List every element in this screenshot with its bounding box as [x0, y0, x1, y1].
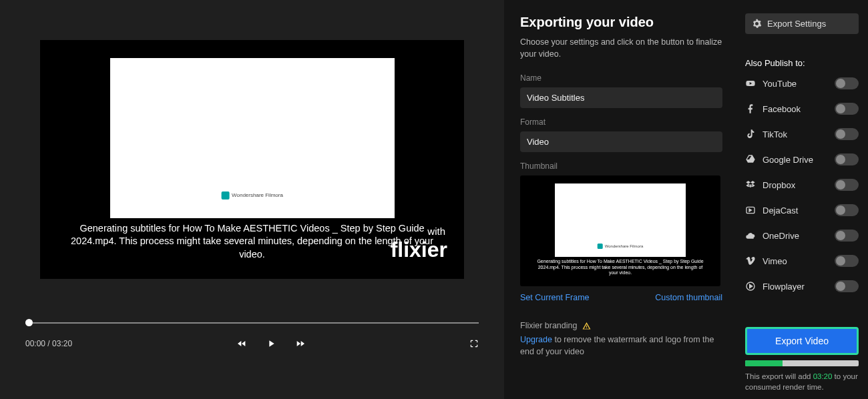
dropbox-icon [745, 179, 756, 190]
toggle-vimeo[interactable] [835, 255, 859, 267]
filmora-watermark: Wondershare Filmora [221, 191, 283, 200]
name-input[interactable] [520, 87, 722, 108]
publish-label: Also Publish to: [745, 58, 859, 68]
publish-row-tiktok: TikTok [745, 128, 859, 140]
toggle-youtube[interactable] [835, 77, 859, 89]
toggle-googledrive[interactable] [835, 153, 859, 165]
custom-thumbnail-link[interactable]: Custom thumbnail [655, 293, 722, 302]
publish-row-vimeo: Vimeo [745, 255, 859, 267]
thumbnail-preview: Wondershare Filmora Generating subtitles… [520, 175, 720, 286]
export-subtitle: Choose your settings and click on the bu… [520, 37, 722, 60]
dejacast-icon [745, 205, 756, 216]
flowplayer-icon [745, 281, 756, 292]
brand-name-text: flixier [391, 238, 447, 262]
render-progress-fill [745, 360, 783, 366]
googledrive-icon [745, 154, 756, 165]
upgrade-message: Upgrade to remove the watermark and logo… [520, 334, 722, 358]
flixier-brand-overlay: with flixier [391, 238, 447, 262]
render-progress-bar [745, 360, 859, 366]
video-preview-pane: Wondershare Filmora Generating subtitles… [0, 0, 504, 399]
publish-label-vimeo: Vimeo [763, 256, 828, 266]
set-current-frame-link[interactable]: Set Current Frame [520, 293, 590, 302]
export-sidebar: Export Settings Also Publish to: YouTube… [738, 0, 868, 399]
video-stage: Wondershare Filmora Generating subtitles… [40, 40, 464, 279]
toggle-dejacast[interactable] [835, 204, 859, 216]
brand-with-text: with [427, 226, 445, 237]
publish-row-onedrive: OneDrive [745, 230, 859, 242]
warning-icon [582, 322, 591, 330]
publish-row-flowplayer: Flowplayer [745, 280, 859, 292]
toggle-flowplayer[interactable] [835, 280, 859, 292]
export-panel: Exporting your video Choose your setting… [504, 0, 868, 399]
publish-label-dropbox: Dropbox [763, 180, 828, 190]
render-time-value: 03:20 [813, 372, 833, 380]
publish-label-tiktok: TikTok [763, 129, 828, 139]
publish-label-facebook: Facebook [763, 104, 828, 114]
player-controls: 00:00 / 03:20 [0, 279, 504, 349]
export-title: Exporting your video [520, 15, 722, 30]
rewind-icon[interactable] [236, 338, 247, 349]
publish-label-googledrive: Google Drive [763, 155, 828, 165]
video-frame: Wondershare Filmora [110, 58, 395, 218]
onedrive-icon [745, 230, 756, 241]
publish-label-youtube: YouTube [763, 79, 828, 89]
publish-label-dejacast: DejaCast [763, 206, 828, 216]
branding-label: Flixier branding [520, 321, 577, 330]
play-icon[interactable] [266, 338, 276, 349]
thumb-filmora-text: Wondershare Filmora [605, 244, 644, 248]
filmora-logo-icon [221, 191, 229, 200]
gear-icon [752, 19, 762, 29]
forward-icon[interactable] [295, 338, 306, 349]
publish-label-flowplayer: Flowplayer [763, 282, 828, 292]
export-settings-button[interactable]: Export Settings [745, 13, 859, 34]
tiktok-icon [745, 129, 756, 139]
thumb-filmora-watermark: Wondershare Filmora [598, 244, 644, 249]
publish-row-googledrive: Google Drive [745, 153, 859, 165]
vimeo-icon [745, 256, 756, 266]
timeline-track[interactable] [25, 322, 479, 324]
publish-row-dropbox: Dropbox [745, 179, 859, 191]
thumbnail-label: Thumbnail [520, 161, 722, 171]
render-note: This export will add 03:20 to your consu… [745, 371, 859, 392]
youtube-icon [745, 78, 756, 89]
format-input[interactable] [520, 131, 722, 152]
export-video-button[interactable]: Export Video [745, 327, 859, 355]
upgrade-link[interactable]: Upgrade [520, 335, 552, 344]
facebook-icon [745, 103, 756, 114]
thumb-filmora-icon [598, 244, 603, 249]
publish-label-onedrive: OneDrive [763, 231, 828, 241]
name-label: Name [520, 73, 722, 83]
time-display: 00:00 / 03:20 [25, 339, 72, 348]
publish-row-facebook: Facebook [745, 103, 859, 115]
format-label: Format [520, 117, 722, 127]
publish-row-dejacast: DejaCast [745, 204, 859, 216]
toggle-dropbox[interactable] [835, 179, 859, 191]
toggle-facebook[interactable] [835, 103, 859, 115]
thumbnail-frame: Wondershare Filmora [555, 183, 686, 257]
thumbnail-subtitle: Generating subtitles for How To Make AES… [520, 257, 720, 278]
toggle-onedrive[interactable] [835, 230, 859, 242]
filmora-logo-text: Wondershare Filmora [232, 192, 283, 198]
publish-row-youtube: YouTube [745, 77, 859, 89]
timeline-knob[interactable] [25, 319, 33, 326]
export-settings-label: Export Settings [767, 19, 826, 29]
fullscreen-icon[interactable] [469, 339, 479, 348]
toggle-tiktok[interactable] [835, 128, 859, 140]
export-settings-main: Exporting your video Choose your setting… [504, 0, 738, 399]
